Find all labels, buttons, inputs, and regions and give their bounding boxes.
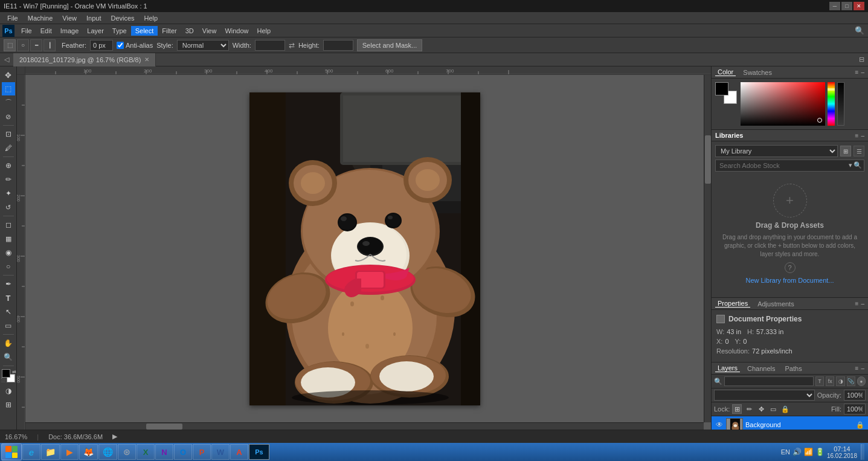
status-arrow[interactable]: ▶ [112,433,117,440]
tab-close[interactable]: ✕ [144,56,149,63]
gradient-tool[interactable]: ▦ [2,232,15,245]
blur-tool[interactable]: ◉ [2,246,15,259]
brush-tool[interactable]: ✏ [2,173,15,186]
search-icon[interactable]: 🔍 [854,25,866,37]
library-search-arrow[interactable]: ▾ [849,161,852,169]
rect-marquee-btn[interactable]: ⬚ [4,39,16,51]
history-brush-tool[interactable]: ↺ [2,201,15,214]
shape-tool[interactable]: ▭ [2,319,15,332]
taskbar-firefox[interactable]: 🦊 [79,444,98,460]
library-info-icon[interactable]: ? [785,262,796,273]
taskbar-chrome[interactable]: 🌐 [98,444,117,460]
taskbar-outlook[interactable]: O [174,444,192,460]
layers-search[interactable] [724,376,814,386]
healing-tool[interactable]: ⊕ [2,159,15,172]
color-panel-collapse[interactable]: – [861,69,864,76]
layer-item[interactable]: 👁 Background 🔒 [712,416,868,430]
ps-menu-image[interactable]: Image [56,26,83,36]
lock-image-btn[interactable]: ✏ [744,404,754,414]
channels-tab[interactable]: Channels [745,365,777,372]
hand-tool[interactable]: ✋ [2,337,15,350]
swap-colors[interactable]: ⇄ [12,369,16,375]
library-grid-view[interactable]: ⊞ [840,146,851,156]
crop-tool[interactable]: ⊡ [2,127,15,141]
vbox-menu-devices[interactable]: Devices [106,13,139,23]
lock-all-btn[interactable]: 🔒 [780,404,790,414]
layer-visibility-eye[interactable]: 👁 [715,421,724,429]
ps-menu-edit[interactable]: Edit [36,26,56,36]
height-input[interactable] [323,40,353,51]
eraser-tool[interactable]: ◻ [2,218,15,231]
select-mask-btn[interactable]: Select and Mask... [357,39,423,51]
color-fg-swatch[interactable] [715,82,728,95]
library-list-view[interactable]: ☰ [854,146,864,156]
doc-tab[interactable]: 20180216_101729.jpg @ 16.7% (RGB/8) ✕ [13,53,156,66]
vbox-menu-file[interactable]: File [2,13,23,23]
pen-tool[interactable]: ✒ [2,277,15,291]
color-tab[interactable]: Color [715,68,736,76]
ps-menu-help[interactable]: Help [253,26,275,36]
hue-bar[interactable] [828,82,835,126]
ps-menu-window[interactable]: Window [220,26,252,36]
swatches-tab[interactable]: Swatches [741,69,774,76]
maximize-btn[interactable]: □ [841,2,852,10]
eyedropper-tool[interactable]: 🖉 [2,141,15,155]
lock-transparency-btn[interactable]: ⊞ [732,404,742,414]
close-btn[interactable]: ✕ [854,2,864,10]
col-marquee-btn[interactable]: ┃ [43,39,56,51]
vbox-menu-machine[interactable]: Machine [23,13,58,23]
marquee-tool[interactable]: ⬚ [2,82,15,95]
dodge-tool[interactable]: ○ [2,260,15,273]
lang-indicator[interactable]: EN [781,448,790,456]
zoom-tool[interactable]: 🔍 [2,350,15,364]
library-search[interactable] [715,160,864,172]
layers-panel-collapse[interactable]: – [861,365,864,372]
ps-menu-3d[interactable]: 3D [181,26,198,36]
lock-artboard-btn[interactable]: ▭ [768,404,778,414]
filter-adj-btn[interactable]: ◑ [836,376,844,386]
tray-battery[interactable]: 🔋 [815,448,825,456]
collapse-icon[interactable]: ⊟ [855,53,868,66]
taskbar-onenote[interactable]: N [155,444,173,460]
filter-type-btn[interactable]: T [815,376,824,386]
quick-select-tool[interactable]: ⊘ [2,110,15,123]
lock-position-btn[interactable]: ✥ [756,404,766,414]
color-panel-menu[interactable]: ≡ [855,69,859,76]
fg-color[interactable] [2,369,10,378]
taskbar-excel[interactable]: X [137,444,155,460]
library-dropdown[interactable]: My Library [715,145,838,157]
start-button[interactable] [1,443,22,460]
layers-tab[interactable]: Layers [715,364,740,372]
ps-menu-type[interactable]: Type [108,26,131,36]
style-dropdown[interactable]: Normal Fixed Ratio Fixed Size [177,40,229,51]
ps-menu-view[interactable]: View [198,26,221,36]
paths-tab[interactable]: Paths [783,365,805,372]
fg-bg-colors[interactable]: ⇄ ⬛ [1,369,16,382]
lasso-tool[interactable]: ⌒ [2,96,15,109]
h-scrollbar[interactable] [25,422,704,430]
tray-speaker[interactable]: 🔊 [792,448,802,456]
collapse-left[interactable]: ◁ [0,53,13,66]
fill-input[interactable] [844,404,866,414]
clone-stamp-tool[interactable]: ✦ [2,187,15,200]
blend-mode-dropdown[interactable]: Normal [714,390,815,401]
show-desktop-btn[interactable] [861,444,864,460]
opacity-input[interactable] [844,390,866,401]
ps-menu-filter[interactable]: Filter [158,26,181,36]
tray-network[interactable]: 📶 [804,448,813,456]
filter-fx-btn[interactable]: fx [826,376,834,386]
ps-menu-select[interactable]: Select [131,26,158,36]
alpha-bar[interactable] [837,82,844,126]
taskbar-mediaplayer[interactable]: ▶ [60,444,79,460]
minimize-btn[interactable]: ─ [829,2,840,10]
row-marquee-btn[interactable]: ━ [30,39,42,51]
vbox-menu-input[interactable]: Input [82,13,106,23]
v-scrollbar[interactable] [704,75,711,422]
libraries-panel-menu[interactable]: ≡ [855,132,859,139]
vbox-menu-help[interactable]: Help [140,13,163,23]
anti-alias-checkbox[interactable] [117,42,124,49]
ps-menu-layer[interactable]: Layer [83,26,108,36]
taskbar-ppt[interactable]: P [193,444,211,460]
color-gradient-box[interactable] [741,82,825,126]
layers-panel-menu[interactable]: ≡ [855,365,859,372]
